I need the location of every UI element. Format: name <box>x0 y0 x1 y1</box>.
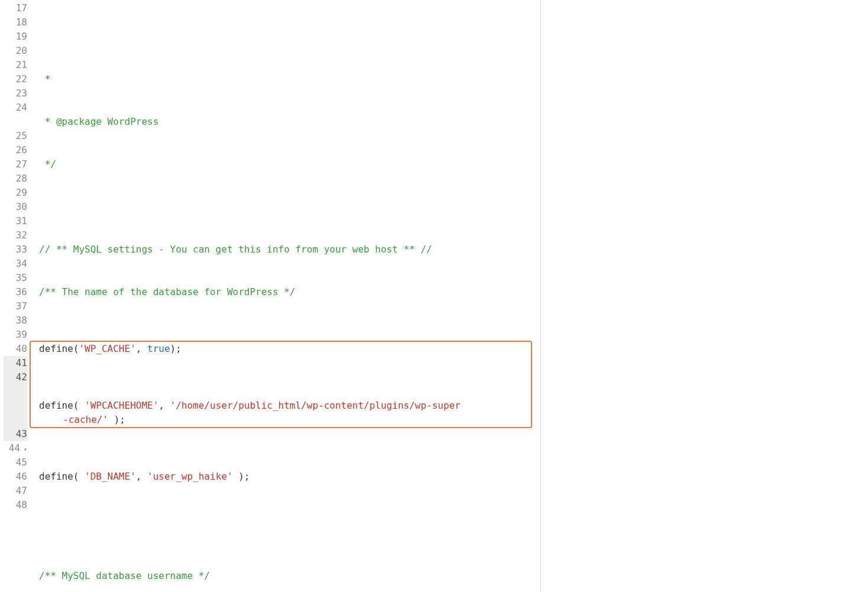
line-number: 17 <box>4 1 27 15</box>
code-line[interactable]: define( 'WPCACHEHOME', '/home/user/publi… <box>39 399 540 427</box>
code-line[interactable]: define( 'DB_NAME', 'user_wp_haike' ); <box>39 470 540 484</box>
line-number: 42 <box>4 370 27 427</box>
line-number: 30 <box>4 200 27 214</box>
fold-toggle-icon[interactable]: ▾ <box>20 446 27 452</box>
line-number: 32 <box>4 228 27 242</box>
code-body[interactable]: * * @package WordPress */ // ** MySQL se… <box>33 0 540 592</box>
line-number: 21 <box>4 58 27 72</box>
code-line[interactable]: /** MySQL database username */ <box>39 569 540 583</box>
code-editor[interactable]: 17 18 19 20 21 22 23 24 25 26 27 28 29 3… <box>0 0 541 592</box>
line-number: 40 <box>4 342 27 356</box>
line-number: 45 <box>4 455 27 470</box>
line-number: 23 <box>4 86 27 101</box>
code-line[interactable]: // ** MySQL settings - You can get this … <box>39 242 540 257</box>
line-number: 41 <box>4 356 27 370</box>
line-number: 29 <box>4 186 27 200</box>
code-line[interactable]: */ <box>39 157 540 172</box>
line-number-gutter: 17 18 19 20 21 22 23 24 25 26 27 28 29 3… <box>0 0 33 592</box>
line-number: 28 <box>4 172 27 186</box>
line-number: 24 <box>4 101 27 129</box>
line-number: 18 <box>4 15 27 30</box>
line-number: 43 <box>4 427 27 441</box>
line-number: 47 <box>4 484 27 498</box>
line-number: 38 <box>4 313 27 328</box>
code-line[interactable]: /** The name of the database for WordPre… <box>39 285 540 299</box>
line-number: 19 <box>4 30 27 44</box>
line-number: 46 <box>4 470 27 484</box>
line-number: 33 <box>4 242 27 257</box>
line-number: 48 <box>4 498 27 526</box>
line-number: 25 <box>4 129 27 143</box>
line-number: 36 <box>4 285 27 299</box>
code-line[interactable]: define('WP_CACHE', true); <box>39 342 540 356</box>
line-number: 44 ▾ <box>4 441 27 455</box>
code-line[interactable] <box>39 526 540 541</box>
line-number: 35 <box>4 271 27 285</box>
line-number: 34 <box>4 257 27 271</box>
line-number: 26 <box>4 143 27 157</box>
code-line[interactable] <box>39 200 540 214</box>
line-number: 31 <box>4 214 27 228</box>
code-line[interactable]: * <box>39 72 540 86</box>
line-number: 37 <box>4 299 27 313</box>
line-number: 27 <box>4 157 27 172</box>
line-number: 20 <box>4 44 27 58</box>
code-line[interactable]: * @package WordPress <box>39 115 540 129</box>
line-number: 22 <box>4 72 27 86</box>
line-number: 39 <box>4 328 27 342</box>
